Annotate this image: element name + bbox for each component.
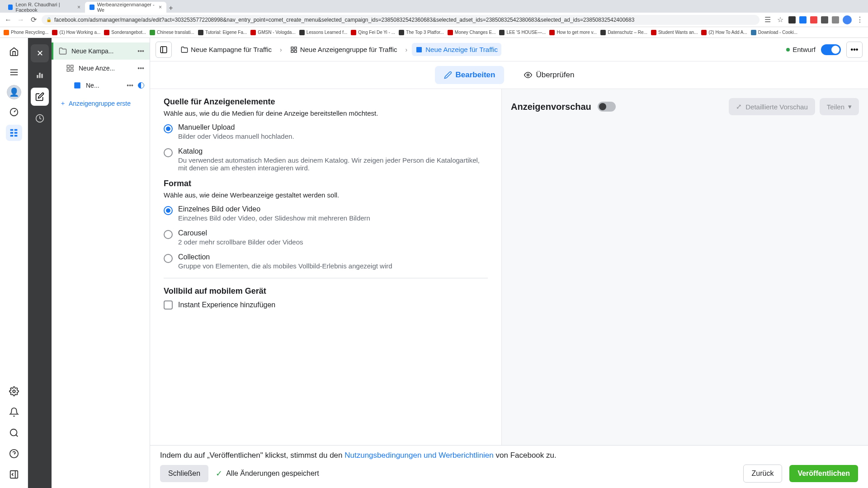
bookmark-item[interactable]: Chinese translati... — [150, 30, 194, 35]
bookmark-item[interactable]: Money Changes E... — [448, 30, 496, 35]
facebook-favicon-icon — [90, 5, 94, 10]
tab-edit[interactable]: Bearbeiten — [435, 66, 505, 84]
bookmark-item[interactable]: Tutorial: Eigene Fa... — [198, 30, 247, 35]
reload-button[interactable]: ⟳ — [29, 15, 38, 24]
bookmark-item[interactable]: Lessons Learned f... — [299, 30, 348, 35]
bookmark-item[interactable]: LEE 'S HOUSE—... — [499, 30, 546, 35]
chevron-right-icon: › — [280, 46, 282, 53]
bookmark-item[interactable]: Qing Fei De Yi - ... — [351, 30, 395, 35]
close-button[interactable]: Schließen — [160, 465, 208, 482]
svg-rect-29 — [294, 47, 297, 49]
edit-icon[interactable] — [31, 88, 49, 106]
forward-button[interactable]: → — [16, 15, 25, 24]
settings-icon[interactable] — [6, 383, 22, 399]
bookmark-item[interactable]: Phone Recycling... — [4, 30, 48, 35]
main-content: Neue Kampagne für Traffic › Neue Anzeige… — [150, 38, 868, 488]
back-button[interactable]: ← — [4, 15, 13, 24]
profile-avatar-icon[interactable] — [843, 15, 852, 24]
radio-catalog[interactable]: Katalog Du verwendest automatisch Medien… — [164, 147, 488, 172]
bookmark-favicon-icon — [499, 30, 505, 35]
bookmark-item[interactable]: Sonderangebot... — [104, 30, 146, 35]
facebook-favicon-icon — [8, 5, 13, 10]
radio-collection[interactable]: Collection Gruppe von Elementen, die als… — [164, 253, 488, 270]
bookmark-item[interactable]: (1) How Working a... — [52, 30, 100, 35]
bookmark-item[interactable]: (2) How To Add A... — [701, 30, 747, 35]
checkbox-instant-experience[interactable]: Instant Experience hinzufügen — [164, 300, 488, 310]
extension-icon[interactable] — [810, 16, 817, 23]
tree-ad-row[interactable]: Ne... ••• — [52, 77, 150, 94]
chart-icon[interactable] — [31, 66, 49, 84]
divider — [164, 278, 488, 278]
svg-rect-21 — [67, 65, 69, 67]
checkbox-icon — [164, 300, 173, 310]
more-icon[interactable]: ••• — [137, 47, 144, 55]
url-field[interactable]: 🔒 facebook.com/adsmanager/manage/ads/edi… — [42, 15, 760, 25]
collapse-icon[interactable] — [6, 466, 22, 483]
radio-single-image[interactable]: Einzelnes Bild oder Video Einzelnes Bild… — [164, 205, 488, 222]
extension-icon[interactable] — [799, 16, 807, 23]
terms-link[interactable]: Nutzungsbedingungen und Werberichtlinien — [344, 451, 494, 460]
more-options-button[interactable]: ••• — [846, 42, 863, 58]
bookmark-favicon-icon — [549, 30, 555, 35]
section-subheading: Wähle aus, wie du die Medien für deine A… — [164, 109, 488, 117]
browser-tab[interactable]: Leon R. Chaudhari | Facebook × — [4, 2, 85, 13]
address-bar: ← → ⟳ 🔒 facebook.com/adsmanager/manage/a… — [0, 13, 868, 27]
back-button[interactable]: Zurück — [743, 465, 783, 483]
url-text: facebook.com/adsmanager/manage/ads/edit?… — [54, 17, 634, 23]
reader-icon[interactable]: ☰ — [763, 15, 772, 24]
extension-icon[interactable] — [832, 16, 839, 23]
svg-rect-17 — [37, 75, 38, 78]
bookmark-item[interactable]: Datenschutz – Re... — [600, 30, 647, 35]
more-icon[interactable]: ••• — [127, 82, 133, 89]
history-icon[interactable] — [31, 109, 49, 127]
ad-toggle[interactable] — [821, 44, 841, 55]
share-button[interactable]: Teilen ▾ — [820, 98, 859, 115]
bookmark-favicon-icon — [52, 30, 57, 35]
tab-review[interactable]: Überprüfen — [515, 66, 583, 84]
gauge-icon[interactable] — [6, 104, 22, 120]
draft-status: Entwurf — [786, 46, 816, 53]
tab-label: Bearbeiten — [456, 70, 495, 80]
bookmark-item[interactable]: Student Wants an... — [651, 30, 698, 35]
notifications-icon[interactable] — [6, 404, 22, 420]
add-adset-button[interactable]: ＋ Anzeigengruppe erste — [52, 94, 150, 113]
bookmark-item[interactable]: How to get more v... — [549, 30, 597, 35]
close-editor-button[interactable]: ✕ — [31, 44, 49, 62]
bookmark-item[interactable]: Download - Cooki... — [751, 30, 797, 35]
breadcrumb-ad[interactable]: Neue Anzeige für Traffic — [412, 43, 501, 56]
extension-icon[interactable] — [788, 16, 796, 23]
tree-campaign-row[interactable]: Neue Kampa... ••• — [52, 42, 150, 60]
breadcrumb-adset[interactable]: Neue Anzeigengruppe für Traffic — [287, 43, 401, 56]
browser-tab-active[interactable]: Werbeanzeigenmanager - We × — [85, 2, 166, 13]
breadcrumb-campaign[interactable]: Neue Kampagne für Traffic — [177, 43, 275, 56]
toggle-sidebar-button[interactable] — [156, 42, 172, 58]
extension-icon[interactable] — [821, 16, 828, 23]
svg-rect-9 — [14, 135, 17, 137]
account-avatar[interactable]: 👤 — [7, 85, 21, 99]
svg-rect-30 — [291, 50, 293, 52]
svg-rect-19 — [41, 74, 42, 78]
bookmark-item[interactable]: GMSN - Vologda... — [250, 30, 295, 35]
option-desc: Gruppe von Elementen, die als mobiles Vo… — [178, 262, 392, 270]
kebab-menu-icon[interactable]: ⋮ — [855, 15, 864, 24]
search-icon[interactable] — [6, 425, 22, 441]
ads-manager-icon[interactable] — [6, 125, 22, 141]
radio-carousel[interactable]: Carousel 2 oder mehr scrollbare Bilder o… — [164, 229, 488, 246]
more-icon[interactable]: ••• — [137, 65, 144, 72]
help-icon[interactable] — [6, 446, 22, 462]
home-icon[interactable] — [6, 43, 22, 60]
tree-adset-row[interactable]: Neue Anze... ••• — [52, 60, 150, 77]
star-icon[interactable]: ☆ — [776, 15, 785, 24]
preview-toggle[interactable] — [598, 102, 616, 112]
bookmark-item[interactable]: The Top 3 Platfor... — [399, 30, 444, 35]
publish-button[interactable]: Veröffentlichen — [789, 465, 858, 482]
close-tab-icon[interactable]: × — [159, 4, 162, 10]
radio-manual-upload[interactable]: Manueller Upload Bilder oder Videos manu… — [164, 123, 488, 140]
button-label: Detaillierte Vorschau — [745, 103, 808, 111]
detailed-preview-button[interactable]: ⤢ Detaillierte Vorschau — [729, 98, 815, 115]
close-tab-icon[interactable]: × — [77, 4, 80, 10]
preview-panel: Anzeigenvorschau ⤢ Detaillierte Vorschau… — [502, 89, 868, 445]
ad-icon — [73, 81, 81, 89]
new-tab-button[interactable]: + — [166, 4, 175, 13]
menu-icon[interactable] — [6, 64, 22, 80]
